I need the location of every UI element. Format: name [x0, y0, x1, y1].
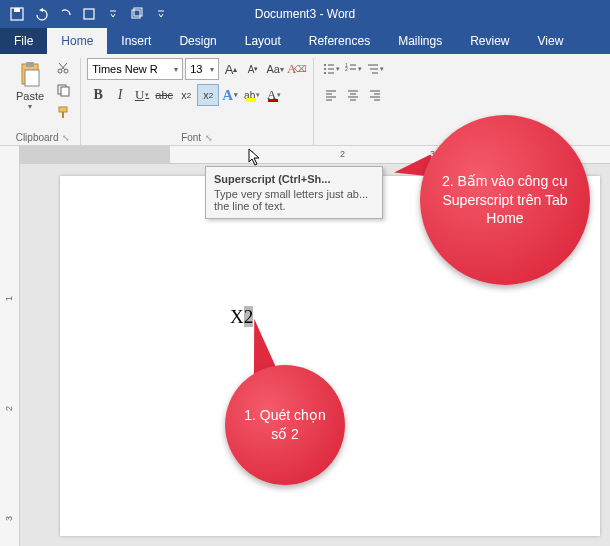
- tooltip-title: Superscript (Ctrl+Sh...: [214, 173, 374, 185]
- callout-1: 2. Bấm vào công cụ Superscript trên Tab …: [420, 115, 590, 285]
- group-font: Times New R▾ 13▾ A▴ A▾ Aa▾ A⌫ B I U▾ abc…: [81, 58, 314, 145]
- change-case-button[interactable]: Aa▾: [265, 58, 285, 80]
- ribbon-tabs: File Home Insert Design Layout Reference…: [0, 28, 610, 54]
- qat-extra-icon[interactable]: [126, 3, 148, 25]
- paste-label: Paste: [16, 90, 44, 102]
- font-name-combo[interactable]: Times New R▾: [87, 58, 183, 80]
- clipboard-dialog-launcher[interactable]: ⤡: [62, 133, 70, 143]
- multilevel-button[interactable]: ▾: [364, 58, 386, 80]
- highlight-button[interactable]: ab▾: [241, 84, 263, 106]
- save-icon[interactable]: [6, 3, 28, 25]
- qat-icon[interactable]: [78, 3, 100, 25]
- qat-dropdown-icon[interactable]: [150, 3, 172, 25]
- svg-rect-9: [25, 70, 39, 86]
- svg-rect-15: [61, 87, 69, 96]
- qat-customize-icon[interactable]: [102, 3, 124, 25]
- text-effects-button[interactable]: A▾: [219, 84, 241, 106]
- align-left-button[interactable]: [320, 84, 342, 106]
- cut-button[interactable]: [52, 58, 74, 78]
- format-painter-button[interactable]: [52, 102, 74, 122]
- superscript-button[interactable]: x2: [197, 84, 219, 106]
- tab-home[interactable]: Home: [47, 28, 107, 54]
- tab-mailings[interactable]: Mailings: [384, 28, 456, 54]
- align-right-button[interactable]: [364, 84, 386, 106]
- svg-text:2: 2: [345, 66, 348, 72]
- subscript-button[interactable]: x2: [175, 84, 197, 106]
- svg-rect-1: [14, 8, 20, 12]
- numbering-button[interactable]: 12▾: [342, 58, 364, 80]
- svg-rect-2: [84, 9, 94, 19]
- strikethrough-button[interactable]: abc: [153, 84, 175, 106]
- quick-access-toolbar: [6, 3, 172, 25]
- group-paragraph: ▾ 12▾ ▾: [314, 58, 392, 145]
- svg-rect-16: [59, 107, 67, 112]
- svg-rect-17: [62, 112, 64, 118]
- svg-point-22: [324, 72, 326, 74]
- vertical-ruler[interactable]: 1 2 3: [0, 146, 20, 546]
- paste-button[interactable]: Paste ▾: [12, 58, 48, 122]
- svg-rect-4: [132, 10, 140, 18]
- tab-layout[interactable]: Layout: [231, 28, 295, 54]
- svg-point-20: [324, 68, 326, 70]
- italic-button[interactable]: I: [109, 84, 131, 106]
- title-bar: Document3 - Word: [0, 0, 610, 28]
- font-dialog-launcher[interactable]: ⤡: [205, 133, 213, 143]
- underline-button[interactable]: U▾: [131, 84, 153, 106]
- svg-point-18: [324, 64, 326, 66]
- tab-view[interactable]: View: [524, 28, 578, 54]
- callout-2: 1. Quét chọn số 2: [225, 365, 345, 485]
- tab-insert[interactable]: Insert: [107, 28, 165, 54]
- tab-review[interactable]: Review: [456, 28, 523, 54]
- svg-rect-8: [26, 62, 34, 67]
- redo-icon[interactable]: [54, 3, 76, 25]
- tab-file[interactable]: File: [0, 28, 47, 54]
- bullets-button[interactable]: ▾: [320, 58, 342, 80]
- svg-rect-5: [134, 8, 142, 16]
- document-title: Document3 - Word: [255, 7, 355, 21]
- clear-formatting-button[interactable]: A⌫: [287, 58, 307, 80]
- tooltip-body: Type very small letters just ab... the l…: [214, 188, 374, 212]
- align-center-button[interactable]: [342, 84, 364, 106]
- paste-icon: [16, 60, 44, 90]
- group-clipboard: Paste ▾ Clipboard⤡: [6, 58, 81, 145]
- superscript-tooltip: Superscript (Ctrl+Sh... Type very small …: [205, 166, 383, 219]
- font-size-combo[interactable]: 13▾: [185, 58, 219, 80]
- tab-references[interactable]: References: [295, 28, 384, 54]
- copy-button[interactable]: [52, 80, 74, 100]
- grow-font-button[interactable]: A▴: [221, 58, 241, 80]
- bold-button[interactable]: B: [87, 84, 109, 106]
- font-group-label: Font: [181, 132, 201, 143]
- clipboard-label: Clipboard: [16, 132, 59, 143]
- font-color-button[interactable]: A▾: [263, 84, 285, 106]
- undo-icon[interactable]: [30, 3, 52, 25]
- shrink-font-button[interactable]: A▾: [243, 58, 263, 80]
- tab-design[interactable]: Design: [165, 28, 230, 54]
